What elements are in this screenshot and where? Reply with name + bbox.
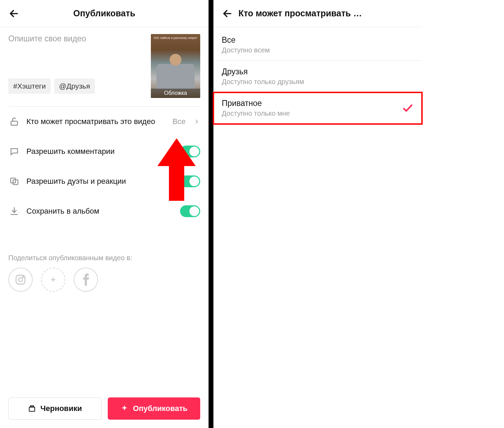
page-title: Опубликовать [21, 8, 188, 18]
video-thumbnail[interactable]: 500 лайков и расскажу секрет Обложка [151, 34, 200, 98]
publish-button[interactable]: Опубликовать [108, 397, 200, 420]
arrow-left-icon [9, 8, 19, 19]
back-button-right[interactable] [220, 7, 234, 20]
option-private[interactable]: Приватное Доступно только мне [213, 92, 422, 124]
thumb-top-caption: 500 лайков и расскажу секрет [151, 36, 200, 40]
pane-divider [209, 0, 213, 428]
duet-icon [8, 175, 20, 187]
chevron-right-icon [193, 118, 200, 125]
cover-label: Обложка [151, 89, 200, 98]
facebook-icon [82, 273, 90, 286]
drafts-label: Черновики [40, 404, 82, 413]
plus-circle-icon [48, 274, 58, 285]
privacy-value: Все [172, 117, 186, 126]
instagram-icon [15, 274, 26, 286]
comments-label: Разрешить комментарии [26, 147, 174, 156]
share-stories[interactable] [41, 268, 65, 292]
svg-rect-1 [11, 121, 18, 125]
publish-label: Опубликовать [133, 404, 187, 413]
privacy-row[interactable]: Кто может просматривать это видео Все [8, 107, 200, 137]
duet-row: Разрешить дуэты и реакции [8, 166, 200, 196]
duet-label: Разрешить дуэты и реакции [26, 176, 174, 186]
drafts-icon [28, 404, 36, 413]
sparkle-icon [120, 404, 129, 413]
svg-point-6 [18, 278, 22, 281]
option-subtitle: Доступно только друзьям [222, 78, 414, 86]
option-title: Все [222, 35, 414, 45]
option-friends[interactable]: Друзья Доступно только друзьям [213, 61, 422, 92]
svg-rect-10 [29, 407, 35, 411]
compose-area: Опишите свое видео #Хэштеги @Друзья 500 … [0, 27, 209, 107]
thumb-head-shape [170, 54, 181, 66]
description-input[interactable]: Опишите свое видео [8, 34, 146, 76]
share-facebook[interactable] [74, 268, 98, 292]
thumb-body-shape [156, 64, 195, 89]
friends-chip[interactable]: @Друзья [54, 79, 95, 94]
share-label: Поделиться опубликованным видео в: [8, 254, 200, 262]
save-toggle[interactable] [180, 205, 200, 217]
hashtag-chip[interactable]: #Хэштеги [8, 79, 51, 94]
comment-icon [8, 146, 20, 157]
header-left: Опубликовать [0, 0, 209, 27]
check-icon [402, 102, 414, 114]
drafts-button[interactable]: Черновики [8, 397, 101, 420]
option-title: Друзья [222, 67, 414, 76]
save-row: Сохранить в альбом [8, 196, 200, 226]
back-button[interactable] [7, 7, 21, 20]
duet-toggle[interactable] [180, 175, 200, 187]
comments-toggle[interactable] [180, 146, 200, 157]
share-section: Поделиться опубликованным видео в: [0, 254, 209, 292]
svg-point-7 [23, 277, 24, 278]
publish-settings: Кто может просматривать это видео Все Ра… [0, 107, 209, 226]
comments-row: Разрешить комментарии [8, 137, 200, 166]
option-title: Приватное [222, 99, 402, 108]
option-subtitle: Доступно всем [222, 46, 414, 54]
arrow-left-icon [222, 8, 233, 19]
page-title-right: Кто может просматривать … [238, 8, 362, 18]
share-instagram[interactable] [8, 268, 33, 292]
option-subtitle: Доступно только мне [222, 109, 402, 117]
option-everyone[interactable]: Все Доступно всем [213, 29, 422, 61]
unlock-icon [8, 116, 20, 127]
save-label: Сохранить в альбом [26, 206, 174, 216]
svg-rect-11 [30, 406, 34, 407]
download-icon [8, 205, 20, 217]
privacy-label: Кто может просматривать это видео [26, 117, 166, 126]
header-right: Кто может просматривать … [213, 0, 422, 27]
